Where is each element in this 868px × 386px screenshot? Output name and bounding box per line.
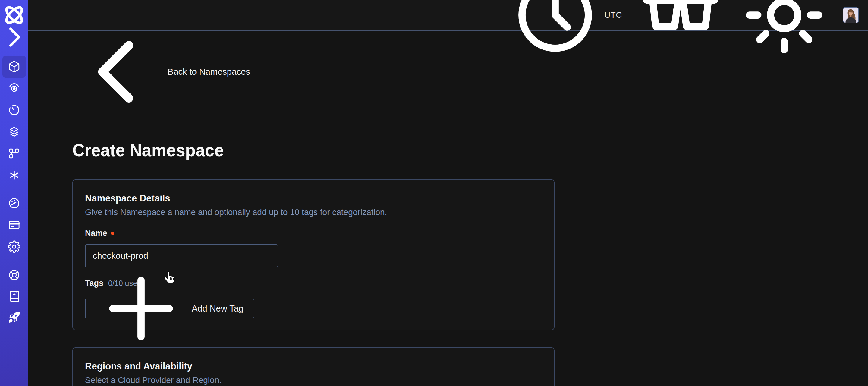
sidebar-nav-help — [2, 265, 26, 328]
lifebuoy-icon — [8, 269, 21, 281]
sidebar-item-credit-card[interactable] — [2, 214, 26, 236]
rocket-icon — [8, 311, 21, 324]
book-sparkle-icon — [8, 290, 21, 302]
required-dot — [111, 232, 114, 235]
sidebar-item-gauge[interactable] — [2, 192, 26, 214]
chevron-down-icon — [212, 379, 302, 386]
chevron-right-icon — [0, 23, 28, 51]
clock-icon — [510, 0, 600, 60]
back-to-namespaces-link[interactable]: Back to Namespaces — [72, 66, 250, 77]
add-new-tag-button[interactable]: Add New Tag — [85, 299, 254, 319]
sidebar-nav-account — [2, 192, 26, 258]
sidebar-expand-button[interactable] — [0, 30, 28, 44]
card-title: Namespace Details — [85, 193, 542, 204]
git-branch-icon — [8, 147, 21, 160]
sidebar-item-layers[interactable] — [2, 121, 26, 143]
cube-icon — [8, 60, 21, 73]
gear-icon — [8, 240, 21, 253]
card-title: Regions and Availability — [85, 361, 542, 372]
user-avatar[interactable] — [843, 7, 859, 23]
chevron-down-icon — [448, 382, 534, 386]
credit-card-icon — [8, 219, 21, 231]
sidebar-item-rocket[interactable] — [2, 307, 26, 328]
layers-icon — [8, 125, 21, 138]
timer-icon — [8, 104, 21, 116]
sidebar-item-spiral[interactable] — [2, 78, 26, 99]
sidebar-item-book-sparkle[interactable] — [2, 286, 26, 307]
sidebar-item-asterisk[interactable] — [2, 165, 26, 186]
glasses-icon — [635, 0, 726, 60]
add-tag-label: Add New Tag — [192, 304, 244, 314]
sidebar-item-git-branch[interactable] — [2, 143, 26, 165]
asterisk-icon — [8, 169, 21, 182]
chevron-left-icon — [72, 31, 163, 117]
sidebar-item-lifebuoy[interactable] — [2, 265, 26, 286]
gauge-icon — [8, 197, 21, 210]
labs-toggle-button[interactable] — [635, 0, 726, 60]
timezone-selector[interactable]: UTC — [510, 0, 622, 60]
namespace-details-card: Namespace Details Give this Namespace a … — [72, 179, 555, 330]
name-label: Name — [85, 228, 542, 238]
sidebar-item-timer[interactable] — [2, 99, 26, 121]
sidebar-item-gear[interactable] — [2, 236, 26, 258]
spiral-icon — [8, 82, 21, 95]
card-subtitle: Give this Namespace a name and optionall… — [85, 207, 542, 217]
back-link-label: Back to Namespaces — [167, 67, 250, 77]
sidebar-divider — [0, 189, 28, 189]
topbar: UTC — [28, 0, 868, 31]
avatar-illustration — [843, 7, 858, 23]
plus-icon — [96, 263, 186, 354]
sun-icon — [739, 0, 830, 60]
search-icon — [324, 382, 411, 386]
sidebar-item-cube[interactable] — [2, 56, 26, 78]
timezone-label: UTC — [604, 10, 622, 20]
sidebar — [0, 0, 28, 386]
sidebar-divider — [0, 260, 28, 260]
page-title: Create Namespace — [72, 140, 868, 160]
main-content: Back to Namespaces Create Namespace Name… — [28, 31, 868, 386]
theme-toggle-button[interactable] — [739, 0, 830, 60]
sidebar-nav-primary — [2, 56, 26, 186]
